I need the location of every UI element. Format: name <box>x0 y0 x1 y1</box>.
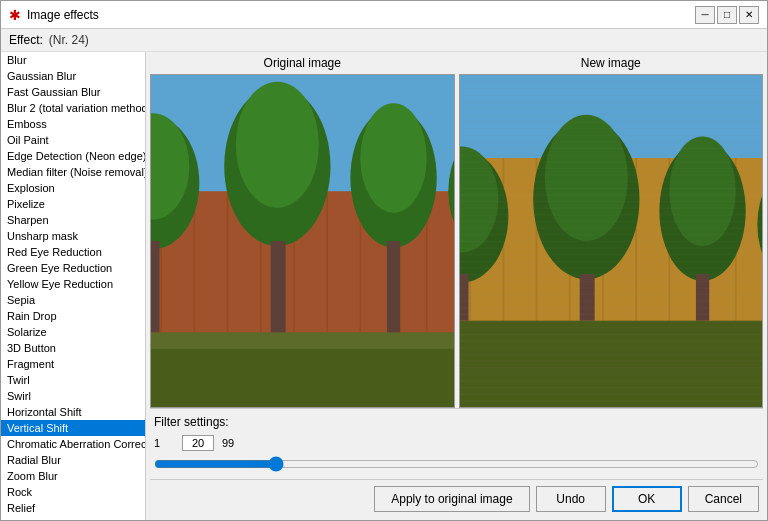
list-item[interactable]: Vertical Shift <box>1 420 145 436</box>
list-item[interactable]: Edge Detection (Neon edge) <box>1 148 145 164</box>
list-item[interactable]: Unsharp mask <box>1 228 145 244</box>
list-item[interactable]: Zoom Blur <box>1 468 145 484</box>
list-item[interactable]: Twirl <box>1 372 145 388</box>
list-item[interactable]: Gaussian Blur <box>1 68 145 84</box>
effect-value: (Nr. 24) <box>49 33 89 47</box>
original-image-box <box>150 74 455 408</box>
slider-input-row <box>154 455 759 473</box>
list-item[interactable]: Rock <box>1 484 145 500</box>
window-title: Image effects <box>27 8 99 22</box>
filter-settings-label: Filter settings: <box>154 415 759 429</box>
list-item[interactable]: Emboss <box>1 116 145 132</box>
new-image-section: New image <box>459 56 764 408</box>
list-item[interactable]: Blur <box>1 52 145 68</box>
list-item[interactable]: Pixelize <box>1 196 145 212</box>
title-controls: ─ □ ✕ <box>695 6 759 24</box>
slider-min-value: 1 <box>154 437 174 449</box>
original-image-label: Original image <box>264 56 341 70</box>
svg-point-22 <box>236 82 319 208</box>
new-image-svg <box>460 75 763 407</box>
slider-row: 1 20 99 <box>154 435 759 451</box>
list-item[interactable]: Oil Paint <box>1 132 145 148</box>
new-image-label: New image <box>581 56 641 70</box>
list-item[interactable]: Rain Drop <box>1 308 145 324</box>
list-item[interactable]: Red Eye Reduction <box>1 244 145 260</box>
original-image-section: Original image <box>150 56 455 408</box>
undo-button[interactable]: Undo <box>536 486 606 512</box>
slider-current-value[interactable]: 20 <box>182 435 214 451</box>
list-item[interactable]: Blur 2 (total variation method) <box>1 100 145 116</box>
list-item[interactable]: Sharpen <box>1 212 145 228</box>
left-panel: BlurGaussian BlurFast Gaussian BlurBlur … <box>1 52 146 520</box>
original-image-svg <box>151 75 454 407</box>
filter-settings-area: Filter settings: 1 20 99 <box>150 408 763 479</box>
main-content: BlurGaussian BlurFast Gaussian BlurBlur … <box>1 52 767 520</box>
cancel-button[interactable]: Cancel <box>688 486 759 512</box>
title-bar: ✱ Image effects ─ □ ✕ <box>1 1 767 29</box>
list-item[interactable]: Chromatic Aberration Correction <box>1 436 145 452</box>
right-panel: Original image <box>146 52 767 520</box>
svg-rect-26 <box>387 241 400 332</box>
svg-rect-23 <box>271 241 286 332</box>
list-item[interactable]: Fragment <box>1 356 145 372</box>
svg-point-25 <box>360 103 426 213</box>
minimize-button[interactable]: ─ <box>695 6 715 24</box>
list-item[interactable]: Green Eye Reduction <box>1 260 145 276</box>
ok-button[interactable]: OK <box>612 486 682 512</box>
list-item[interactable]: Explosion <box>1 180 145 196</box>
list-item[interactable]: 3D Button <box>1 340 145 356</box>
apply-button[interactable]: Apply to original image <box>374 486 529 512</box>
images-area: Original image <box>150 56 763 408</box>
list-item[interactable]: Find Edges (Inverted Neon edge) <box>1 516 145 520</box>
list-item[interactable]: Yellow Eye Reduction <box>1 276 145 292</box>
list-item[interactable]: Median filter (Noise removal) <box>1 164 145 180</box>
maximize-button[interactable]: □ <box>717 6 737 24</box>
list-item[interactable]: Sepia <box>1 292 145 308</box>
new-image-box <box>459 74 764 408</box>
svg-rect-17 <box>151 349 454 407</box>
app-icon: ✱ <box>9 7 21 23</box>
effect-label: Effect: <box>9 33 43 47</box>
effect-bar: Effect: (Nr. 24) <box>1 29 767 52</box>
svg-rect-20 <box>151 241 159 332</box>
list-item[interactable]: Swirl <box>1 388 145 404</box>
list-item[interactable]: Radial Blur <box>1 452 145 468</box>
svg-rect-59 <box>460 75 763 407</box>
list-item[interactable]: Fast Gaussian Blur <box>1 84 145 100</box>
buttons-row: Apply to original image Undo OK Cancel <box>150 479 763 516</box>
effects-list: BlurGaussian BlurFast Gaussian BlurBlur … <box>1 52 145 520</box>
filter-slider[interactable] <box>154 455 759 473</box>
list-item[interactable]: Relief <box>1 500 145 516</box>
main-window: ✱ Image effects ─ □ ✕ Effect: (Nr. 24) B… <box>0 0 768 521</box>
slider-max-value: 99 <box>222 437 242 449</box>
title-bar-left: ✱ Image effects <box>9 7 99 23</box>
close-button[interactable]: ✕ <box>739 6 759 24</box>
list-item[interactable]: Solarize <box>1 324 145 340</box>
list-item[interactable]: Horizontal Shift <box>1 404 145 420</box>
